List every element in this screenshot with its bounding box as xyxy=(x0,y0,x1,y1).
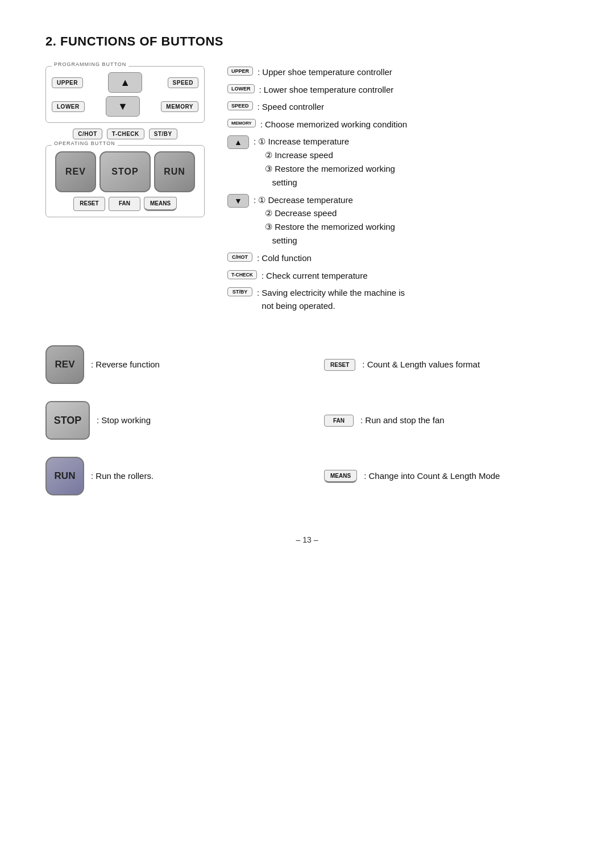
up-arrow-sub2: ③ Restore the memorized working setting xyxy=(265,162,569,189)
descriptions-panel: UPPER : Upper shoe temperature controlle… xyxy=(227,66,569,317)
legend-section: REV : Reverse function RESET : Count & L… xyxy=(45,345,569,512)
legend-fan: FAN : Run and stop the fan xyxy=(324,401,569,440)
desc-down-arrow: ▼ : ① Decrease temperature ② Decrease sp… xyxy=(227,194,569,248)
down-arrow-icon: ▼ xyxy=(227,194,249,208)
desc-stby: ST/BY : Saving electricity while the mac… xyxy=(227,287,569,312)
down-arrow-sub1: ② Decrease speed xyxy=(265,206,569,220)
desc-chot: C/HOT : Cold function xyxy=(227,252,569,265)
reset-legend-btn: RESET xyxy=(324,359,355,371)
stby-tag: ST/BY xyxy=(227,287,252,296)
lower-tag: LOWER xyxy=(227,84,255,93)
reset-panel-btn[interactable]: RESET xyxy=(73,197,105,211)
memory-desc: : Choose memorized working condition xyxy=(260,118,569,131)
down-arrow-sub2: ③ Restore the memorized working setting xyxy=(265,220,569,247)
legend-rev: REV : Reverse function xyxy=(45,345,290,384)
upper-tag: UPPER xyxy=(227,67,253,76)
legend-means: MEANS : Change into Count & Length Mode xyxy=(324,457,569,495)
legend-run: RUN : Run the rollers. xyxy=(45,457,290,495)
rev-legend-btn: REV xyxy=(45,345,84,384)
run-legend-btn: RUN xyxy=(45,457,84,495)
desc-upper: UPPER : Upper shoe temperature controlle… xyxy=(227,66,569,79)
desc-memory: MEMORY : Choose memorized working condit… xyxy=(227,118,569,131)
stop-big-btn[interactable]: STOP xyxy=(99,151,151,192)
desc-speed: SPEED : Speed controller xyxy=(227,101,569,114)
page-number: – 13 – xyxy=(45,535,569,544)
run-legend-text: : Run the rollers. xyxy=(91,470,154,483)
up-arrow-desc: : ① Increase temperature ② Increase spee… xyxy=(254,135,569,189)
desc-lower: LOWER : Lower shoe temperature controlle… xyxy=(227,84,569,97)
desc-up-arrow: ▲ : ① Increase temperature ② Increase sp… xyxy=(227,135,569,189)
chot-tag: C/HOT xyxy=(227,253,252,262)
means-legend-text: : Change into Count & Length Mode xyxy=(364,470,500,483)
memory-tag: MEMORY xyxy=(227,119,256,127)
upper-desc: : Upper shoe temperature controller xyxy=(258,66,569,79)
means-panel-btn[interactable]: MEANS xyxy=(144,197,177,211)
run-big-btn[interactable]: RUN xyxy=(154,151,195,192)
down-arrow-btn[interactable]: ▼ xyxy=(106,96,140,117)
legend-reset: RESET : Count & Length values format xyxy=(324,345,569,384)
up-arrow-icon: ▲ xyxy=(227,135,249,149)
speed-btn[interactable]: SPEED xyxy=(168,77,198,88)
stby-btn[interactable]: ST/BY xyxy=(149,129,177,139)
tcheck-tag: T-CHECK xyxy=(227,270,257,279)
stop-legend-text: : Stop working xyxy=(97,414,151,427)
control-panel-illustration: PROGRAMMING BUTTON UPPER ▲ SPEED LOWER ▼… xyxy=(45,66,205,317)
stop-legend-btn: STOP xyxy=(45,401,90,440)
lower-btn[interactable]: LOWER xyxy=(52,101,85,112)
rev-legend-text: : Reverse function xyxy=(91,358,160,371)
desc-tcheck: T-CHECK : Check current temperature xyxy=(227,270,569,283)
means-legend-btn: MEANS xyxy=(324,470,357,483)
down-arrow-desc: : ① Decrease temperature ② Decrease spee… xyxy=(254,194,569,248)
chot-desc: : Cold function xyxy=(257,252,569,265)
programming-label: PROGRAMMING BUTTON xyxy=(52,61,128,67)
fan-legend-btn: FAN xyxy=(324,415,354,427)
stby-desc: : Saving electricity while the machine i… xyxy=(257,287,569,312)
up-arrow-btn[interactable]: ▲ xyxy=(108,72,142,93)
fan-legend-text: : Run and stop the fan xyxy=(360,414,445,427)
fan-panel-btn[interactable]: FAN xyxy=(109,197,140,211)
chot-btn[interactable]: C/HOT xyxy=(73,129,102,139)
operating-label: OPERATING BUTTON xyxy=(52,140,118,146)
legend-stop: STOP : Stop working xyxy=(45,401,290,440)
reset-legend-text: : Count & Length values format xyxy=(362,358,480,371)
rev-big-btn[interactable]: REV xyxy=(55,151,96,192)
speed-desc: : Speed controller xyxy=(258,101,569,114)
lower-desc: : Lower shoe temperature controller xyxy=(259,84,569,97)
tcheck-desc: : Check current temperature xyxy=(262,270,569,283)
tcheck-btn[interactable]: T-CHECK xyxy=(107,129,144,139)
memory-btn[interactable]: MEMORY xyxy=(161,101,198,112)
upper-btn[interactable]: UPPER xyxy=(52,77,83,88)
page-title: 2. FUNCTIONS OF BUTTONS xyxy=(45,34,569,49)
up-arrow-sub1: ② Increase speed xyxy=(265,148,569,162)
speed-tag: SPEED xyxy=(227,101,253,110)
